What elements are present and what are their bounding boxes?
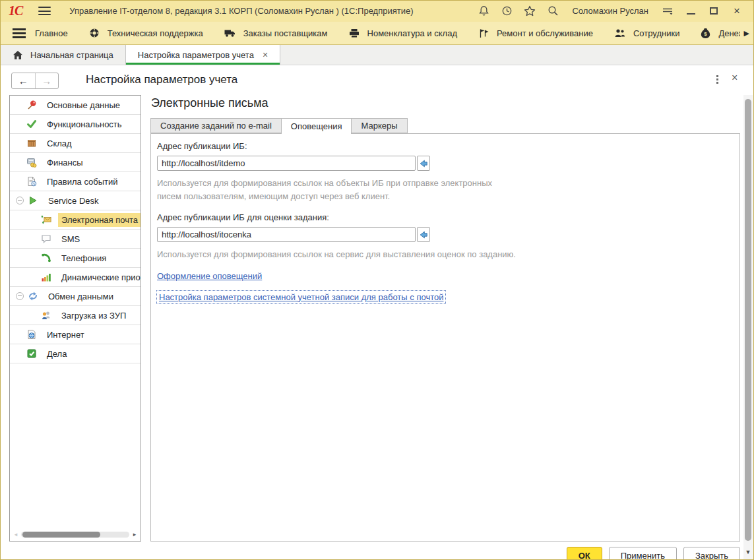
link-notification-design[interactable]: Оформление оповещений xyxy=(157,271,262,281)
menu-label: Заказы поставщикам xyxy=(243,28,328,38)
main-menu-icon[interactable] xyxy=(38,7,51,15)
menu-item-nomenclature-warehouse[interactable]: Номенклатура и склад xyxy=(349,28,457,38)
sidebar-item-telephony[interactable]: Телефония xyxy=(10,249,141,268)
menu-label: Техническая поддержка xyxy=(108,28,203,38)
collapse-expander-icon[interactable] xyxy=(16,197,24,204)
apply-button[interactable]: Применить xyxy=(609,547,677,560)
hscroll-track[interactable] xyxy=(21,532,129,538)
tab-home-page[interactable]: Начальная страница xyxy=(1,45,126,65)
back-button[interactable]: ← xyxy=(12,73,36,88)
rules-icon xyxy=(26,176,37,187)
sidebar-item-email[interactable]: Электронная почта xyxy=(10,210,141,230)
flags-icon xyxy=(478,28,489,38)
menu-item-main[interactable]: Главное xyxy=(35,28,68,38)
page-title: Настройка параметров учета xyxy=(86,73,237,86)
menu-label: Главное xyxy=(35,28,68,38)
support-icon xyxy=(89,28,100,38)
sections-menubar: Главное Техническая поддержка Заказы пос… xyxy=(1,22,753,45)
field-label-rating-address: Адрес публикации ИБ для оценки задания: xyxy=(157,212,733,222)
play-icon xyxy=(28,195,38,206)
content-tabs: Создание заданий по e-mail Оповещения Ма… xyxy=(150,118,407,134)
scroll-down-icon[interactable]: ▼ xyxy=(743,549,753,555)
more-menu-icon[interactable] xyxy=(712,74,722,84)
moneybag-icon: $ xyxy=(701,28,710,38)
sidebar-item-event-rules[interactable]: Правила событий xyxy=(10,172,141,191)
sidebar-item-label: Service Desk xyxy=(45,194,102,208)
collapse-expander-icon[interactable] xyxy=(16,292,24,300)
sidebar-item-sms[interactable]: SMS xyxy=(10,230,141,249)
sidebar-item-zup-import[interactable]: Загрузка из ЗУП xyxy=(10,306,141,325)
publication-address-row xyxy=(157,156,733,171)
notifications-bell-icon[interactable] xyxy=(476,4,491,18)
sidebar-item-dynamic-priorities[interactable]: Динамические приор xyxy=(10,268,141,287)
sidebar-item-label: Интернет xyxy=(44,328,88,342)
menu-item-repair-maintenance[interactable]: Ремонт и обслуживание xyxy=(478,28,593,38)
tab-notifications[interactable]: Оповещения xyxy=(281,118,352,134)
bars-icon xyxy=(41,272,51,282)
link-system-mail-account[interactable]: Настройка параметров системной учетной з… xyxy=(157,291,445,303)
sidebar-item-service-desk[interactable]: Service Desk xyxy=(10,191,141,210)
sidebar-item-finance[interactable]: Финансы xyxy=(10,153,141,172)
tab-settings-accounting[interactable]: Настройка параметров учета × xyxy=(126,45,280,65)
tab-label: Начальная страница xyxy=(30,50,113,60)
sidebar-item-main-data[interactable]: Основные данные xyxy=(10,96,141,115)
tab-label: Настройка параметров учета xyxy=(138,50,254,60)
history-icon[interactable] xyxy=(499,4,514,18)
maximize-button[interactable] xyxy=(707,4,721,18)
sidebar-item-label: Основные данные xyxy=(44,98,123,112)
forward-button[interactable]: → xyxy=(36,73,59,88)
menu-item-supplier-orders[interactable]: Заказы поставщикам xyxy=(224,28,328,38)
sidebar-item-label: Электронная почта xyxy=(58,213,141,227)
nav-history-group: ← → xyxy=(11,73,59,89)
globe-doc-icon xyxy=(26,329,37,340)
menu-item-tech-support[interactable]: Техническая поддержка xyxy=(89,28,203,38)
blue-arrow-icon xyxy=(419,159,428,168)
help-text-publication: Используется для формирования ссылок на … xyxy=(157,177,517,202)
minimize-button[interactable] xyxy=(683,4,698,18)
close-button[interactable]: Закрыть xyxy=(683,547,740,560)
ok-button[interactable]: ОК xyxy=(567,547,602,560)
open-link-button[interactable] xyxy=(417,227,430,242)
field-label-publication-address: Адрес публикации ИБ: xyxy=(157,141,733,151)
sidebar-item-data-exchange[interactable]: Обмен данными xyxy=(10,287,141,306)
check-icon xyxy=(26,119,37,129)
publication-address-input[interactable] xyxy=(157,156,416,171)
tasks-icon xyxy=(26,348,37,359)
notifications-panel: Адрес публикации ИБ: Используется для фо… xyxy=(150,133,740,542)
close-window-button[interactable]: × xyxy=(730,4,744,18)
window-tabbar: Начальная страница Настройка параметров … xyxy=(1,45,753,65)
tab-markers[interactable]: Маркеры xyxy=(351,118,407,133)
search-icon[interactable] xyxy=(546,4,560,18)
menu-label: Сотрудники xyxy=(633,28,679,38)
people-icon xyxy=(614,28,625,38)
form-vscrollbar[interactable]: ▼ xyxy=(743,95,753,559)
tab-close-icon[interactable]: × xyxy=(263,50,268,59)
scroll-right-icon[interactable]: ▸ xyxy=(131,532,139,538)
titlebar: 1С Управление IT-отделом 8, редакция 3.1… xyxy=(1,0,753,22)
sections-menu-icon[interactable] xyxy=(13,28,26,38)
scroll-left-icon[interactable]: ◂ xyxy=(12,532,20,538)
service-menu-icon[interactable] xyxy=(660,4,675,18)
sidebar-item-label: Склад xyxy=(44,137,75,150)
tab-email-tasks[interactable]: Создание заданий по e-mail xyxy=(150,118,282,133)
menu-item-employees[interactable]: Сотрудники xyxy=(614,28,679,38)
favorites-star-icon[interactable] xyxy=(522,4,537,18)
vscroll-thumb[interactable] xyxy=(745,99,751,541)
current-user[interactable]: Соломахин Руслан xyxy=(572,6,648,16)
sidebar-item-label: Дела xyxy=(44,347,70,361)
close-form-icon[interactable]: × xyxy=(732,72,738,84)
sidebar-item-label: Обмен данными xyxy=(45,290,117,303)
menu-label: Номенклатура и склад xyxy=(367,28,457,38)
menu-item-money[interactable]: $ Денеж xyxy=(701,28,744,38)
open-link-button[interactable] xyxy=(417,156,430,171)
sidebar-item-warehouse[interactable]: Склад xyxy=(10,134,141,153)
sidebar-item-functionality[interactable]: Функциональность xyxy=(10,115,141,134)
menu-overflow-arrow[interactable]: ▶ xyxy=(740,22,749,45)
sidebar-item-label: Загрузка из ЗУП xyxy=(58,309,129,323)
truck-icon xyxy=(224,28,236,38)
hscroll-thumb[interactable] xyxy=(22,532,100,538)
sidebar-item-tasks[interactable]: Дела xyxy=(10,344,141,363)
rating-address-input[interactable] xyxy=(157,227,416,242)
sidebar-item-internet[interactable]: Интернет xyxy=(10,325,141,344)
sidebar-hscrollbar[interactable]: ◂ ▸ xyxy=(12,530,139,539)
